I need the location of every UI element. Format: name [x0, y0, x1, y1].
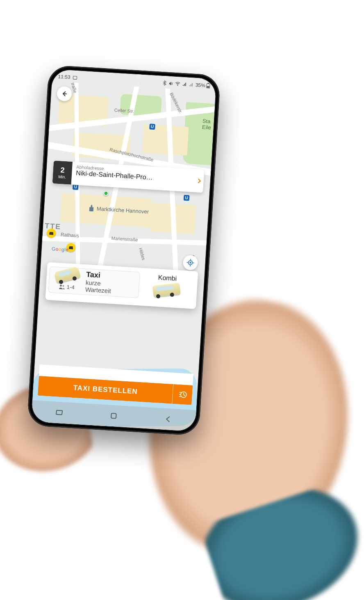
battery-percent: 35% — [195, 82, 205, 88]
vehicle-title: Kombi — [158, 274, 177, 282]
status-time: 11:53 — [58, 73, 71, 80]
order-button-label: TAXI BESTELLEN — [73, 384, 138, 396]
battery-icon — [206, 83, 210, 89]
svg-point-11 — [60, 284, 62, 286]
phone-frame: Celler Str. Bödekerstr. Raschplatzhochst… — [27, 65, 221, 436]
wifi-icon — [175, 82, 181, 86]
svg-rect-7 — [207, 86, 209, 88]
svg-point-4 — [177, 85, 178, 86]
park-label: Sta Eile — [202, 118, 212, 131]
svg-rect-6 — [207, 83, 209, 84]
passengers-icon — [59, 284, 66, 289]
home-icon — [111, 413, 117, 419]
vehicle-subtitle: Wartezeit — [85, 286, 111, 295]
eta-value: 2 — [60, 166, 65, 175]
ubahn-icon: U — [184, 195, 190, 201]
app-screen: Celler Str. Bödekerstr. Raschplatzhochst… — [31, 69, 216, 432]
notification-icon — [73, 75, 77, 80]
street-label: Hildes — [138, 247, 146, 261]
kombi-car-icon — [152, 283, 181, 297]
google-attribution: Google — [51, 246, 69, 253]
ubahn-icon: U — [149, 124, 155, 130]
church-icon — [89, 205, 95, 212]
recent-apps-icon — [55, 410, 63, 415]
schedule-button[interactable] — [172, 384, 193, 405]
signal-icon — [182, 82, 187, 87]
mute-icon — [168, 81, 173, 86]
back-icon — [165, 416, 172, 423]
bluetooth-icon — [163, 80, 167, 86]
nav-home-button[interactable] — [109, 411, 118, 421]
vehicle-option-kombi[interactable]: Kombi — [139, 272, 195, 298]
nav-back-button[interactable] — [164, 415, 173, 424]
street-label: Celler Str. — [114, 108, 134, 114]
eta-unit: Min. — [58, 174, 66, 179]
chevron-right-icon — [194, 169, 204, 192]
capacity-value: 1-4 — [66, 284, 75, 291]
signal-icon — [189, 82, 194, 87]
poi-label: Rathaus — [61, 232, 79, 239]
vehicle-option-taxi[interactable]: 1-4 Taxi kurze Wartezeit — [48, 266, 140, 298]
nav-recent-button[interactable] — [55, 408, 64, 417]
eta-badge: 2 Min. — [52, 160, 73, 185]
svg-rect-1 — [73, 76, 77, 79]
svg-point-10 — [189, 262, 191, 263]
svg-point-12 — [62, 285, 64, 286]
clock-icon — [178, 390, 187, 399]
crosshair-icon — [186, 258, 195, 267]
svg-rect-0 — [91, 205, 92, 206]
taxi-car-icon — [54, 266, 81, 284]
arrow-left-icon — [61, 90, 68, 97]
